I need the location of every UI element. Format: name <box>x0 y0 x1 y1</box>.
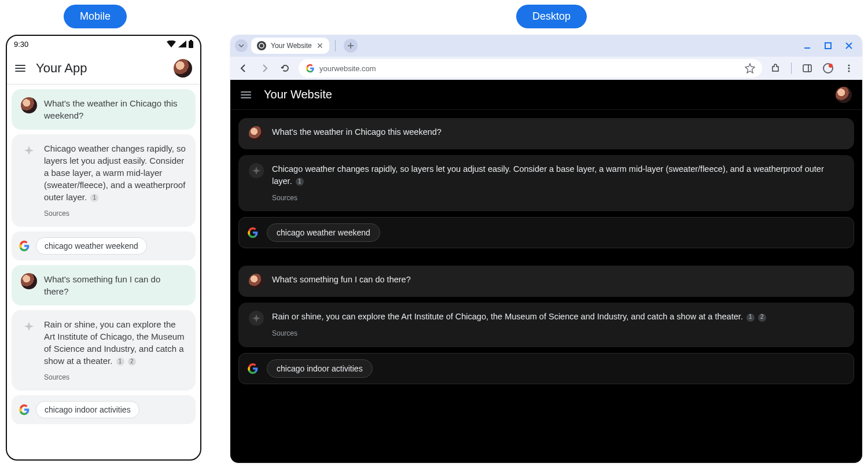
kebab-menu-icon[interactable] <box>841 61 856 76</box>
svg-point-7 <box>848 68 850 69</box>
desktop-chat-body: What's the weather in Chicago this weeke… <box>230 110 862 392</box>
message-text: What's something fun I can do there? <box>272 274 844 286</box>
forward-button[interactable] <box>257 61 272 76</box>
extensions-icon[interactable] <box>768 61 783 76</box>
status-icons <box>167 40 193 48</box>
message-content: Chicago weather changes rapidly, so laye… <box>44 142 186 219</box>
sources-label[interactable]: Sources <box>44 373 186 382</box>
ai-message: Chicago weather changes rapidly, so laye… <box>12 134 196 227</box>
user-message: What's something fun I can do there? <box>12 265 196 306</box>
user-message: What's the weather in Chicago this weeke… <box>12 89 196 130</box>
signal-icon <box>178 41 186 47</box>
user-message: What's something fun I can do there? <box>238 266 854 297</box>
search-chip[interactable]: chicago indoor activities <box>36 401 139 418</box>
sparkle-icon <box>21 142 37 159</box>
desktop-label: Desktop <box>516 5 587 28</box>
svg-rect-3 <box>825 43 831 49</box>
new-tab-button[interactable] <box>344 39 358 53</box>
divider <box>791 62 792 74</box>
search-chip[interactable]: chicago weather weekend <box>267 223 380 242</box>
google-icon <box>19 240 30 252</box>
browser-tabstrip: Your Website ✕ <box>230 35 862 57</box>
svg-rect-1 <box>190 40 192 41</box>
close-button[interactable] <box>840 37 858 54</box>
search-suggestion-card: chicago weather weekend <box>12 231 196 260</box>
wifi-icon <box>167 41 176 47</box>
divider <box>335 40 336 51</box>
citation-badge[interactable]: 1 <box>90 194 98 202</box>
battery-icon <box>189 40 193 48</box>
google-icon <box>306 64 315 73</box>
ai-message: Chicago weather changes rapidly, so laye… <box>238 155 854 211</box>
browser-toolbar: yourwebsite.com <box>230 57 862 80</box>
citation-badge[interactable]: 1 <box>296 178 304 186</box>
sources-label[interactable]: Sources <box>272 193 844 203</box>
sidepanel-icon[interactable] <box>800 61 815 76</box>
site-header: Your Website <box>230 80 862 110</box>
svg-point-8 <box>848 71 850 72</box>
message-content: Chicago weather changes rapidly, so laye… <box>272 163 844 203</box>
user-avatar[interactable] <box>836 87 852 103</box>
svg-point-2 <box>259 43 264 48</box>
close-tab-icon[interactable]: ✕ <box>317 41 323 50</box>
message-content: Rain or shine, you can explore the Art I… <box>272 311 844 338</box>
user-avatar-icon <box>21 97 37 113</box>
citation-badge[interactable]: 1 <box>116 358 124 366</box>
ai-message: Rain or shine, you can explore the Art I… <box>238 303 854 347</box>
user-avatar[interactable] <box>174 59 192 78</box>
favicon-icon <box>257 41 266 50</box>
reload-button[interactable] <box>278 61 293 76</box>
search-suggestion-card: chicago weather weekend <box>238 217 854 248</box>
menu-icon[interactable] <box>241 91 251 98</box>
message-text: What's something fun I can do there? <box>44 273 186 297</box>
message-text: What's the weather in Chicago this weeke… <box>272 126 844 138</box>
status-time: 9:30 <box>14 40 28 49</box>
back-button[interactable] <box>236 61 251 76</box>
message-text: Chicago weather changes rapidly, so laye… <box>272 164 824 186</box>
user-avatar-icon <box>21 273 37 289</box>
search-suggestion-card: chicago indoor activities <box>238 353 854 384</box>
user-avatar-icon <box>249 274 264 289</box>
address-bar[interactable]: yourwebsite.com <box>299 59 762 78</box>
browser-tab[interactable]: Your Website ✕ <box>251 38 329 54</box>
url-text: yourwebsite.com <box>319 64 376 73</box>
sparkle-icon <box>249 163 264 178</box>
message-text: Chicago weather changes rapidly, so laye… <box>44 143 186 202</box>
mobile-frame: 9:30 Your App What's the weather in Chic… <box>6 35 201 461</box>
mobile-statusbar: 9:30 <box>7 36 200 52</box>
citation-badge[interactable]: 2 <box>758 314 766 322</box>
sources-label[interactable]: Sources <box>272 329 844 338</box>
star-icon[interactable] <box>745 63 755 73</box>
app-title: Your App <box>36 61 163 76</box>
minimize-button[interactable] <box>799 37 816 54</box>
google-icon <box>19 404 30 415</box>
message-text: Rain or shine, you can explore the Art I… <box>44 319 185 366</box>
mobile-chat-body: What's the weather in Chicago this weeke… <box>7 84 200 429</box>
profile-icon[interactable] <box>821 61 836 76</box>
tab-title: Your Website <box>271 42 312 50</box>
mobile-label: Mobile <box>64 5 127 28</box>
sparkle-icon <box>249 311 264 326</box>
ai-message: Rain or shine, you can explore the Art I… <box>12 310 196 391</box>
search-suggestion-card: chicago indoor activities <box>12 395 196 424</box>
site-title: Your Website <box>264 88 823 101</box>
svg-rect-0 <box>189 41 193 48</box>
menu-icon[interactable] <box>15 65 25 72</box>
tab-search-icon[interactable] <box>235 39 248 52</box>
sparkle-icon <box>21 318 37 334</box>
message-content: Rain or shine, you can explore the Art I… <box>44 318 186 382</box>
citation-badge[interactable]: 2 <box>128 358 136 366</box>
user-message: What's the weather in Chicago this weeke… <box>238 118 854 149</box>
sources-label[interactable]: Sources <box>44 209 186 219</box>
desktop-frame: Your Website ✕ yourwebsite.com Your Webs <box>230 35 862 463</box>
maximize-button[interactable] <box>819 37 837 54</box>
svg-point-6 <box>848 65 850 67</box>
citation-badge[interactable]: 1 <box>746 314 755 322</box>
svg-rect-4 <box>803 65 811 72</box>
search-chip[interactable]: chicago weather weekend <box>36 237 147 255</box>
search-chip[interactable]: chicago indoor activities <box>267 359 373 378</box>
website-body: Your Website What's the weather in Chica… <box>230 80 862 463</box>
user-avatar-icon <box>249 126 264 141</box>
message-text: Rain or shine, you can explore the Art I… <box>272 312 743 321</box>
google-icon <box>247 227 259 238</box>
